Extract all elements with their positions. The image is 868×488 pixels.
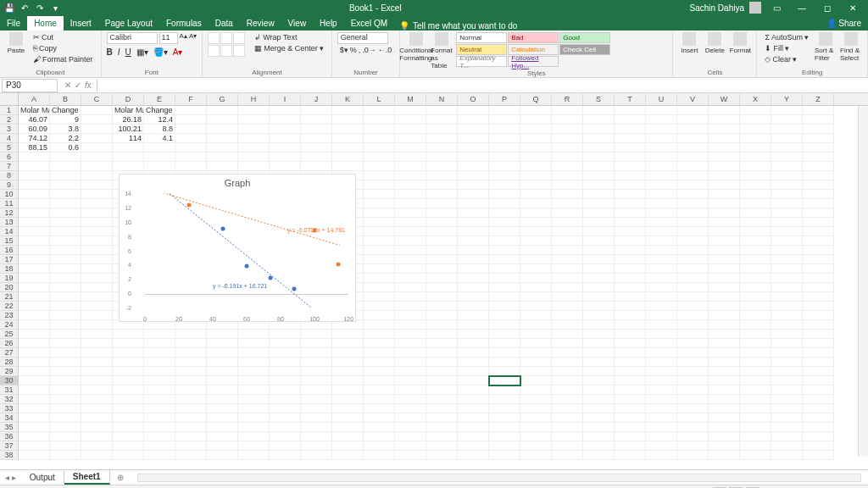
cell[interactable] <box>552 367 583 376</box>
cell[interactable] <box>301 152 332 162</box>
cell[interactable] <box>113 339 144 348</box>
cell[interactable] <box>458 404 489 413</box>
cell[interactable] <box>207 451 238 460</box>
cell[interactable] <box>332 423 364 432</box>
cell[interactable] <box>238 404 270 413</box>
cell[interactable] <box>458 171 489 180</box>
cell[interactable] <box>19 423 50 432</box>
cell[interactable] <box>552 218 583 227</box>
row-header[interactable]: 1 <box>0 106 19 115</box>
cell[interactable] <box>19 236 50 246</box>
column-header[interactable]: E <box>144 93 175 105</box>
cell[interactable] <box>803 339 834 348</box>
cell[interactable] <box>552 413 583 423</box>
cell[interactable] <box>207 339 238 348</box>
cell[interactable] <box>646 302 677 311</box>
cell[interactable] <box>740 106 771 115</box>
cell[interactable] <box>740 320 771 330</box>
cell[interactable] <box>583 423 615 432</box>
currency-button[interactable]: $▾ <box>340 46 348 54</box>
cell[interactable] <box>615 199 646 208</box>
cell[interactable] <box>583 125 615 134</box>
cell[interactable] <box>426 106 458 115</box>
cell[interactable] <box>270 413 301 423</box>
cell[interactable] <box>615 367 646 376</box>
cell[interactable] <box>81 311 113 320</box>
cell[interactable] <box>552 255 583 264</box>
cell[interactable] <box>520 125 552 134</box>
maximize-icon[interactable]: ◻ <box>817 3 837 13</box>
cell[interactable]: 4.1 <box>144 134 175 143</box>
cell[interactable] <box>364 283 395 292</box>
tab-review[interactable]: Review <box>240 16 281 30</box>
cell[interactable] <box>552 115 583 125</box>
underline-button[interactable]: U <box>125 47 131 57</box>
cell[interactable] <box>583 115 615 125</box>
horizontal-scrollbar[interactable] <box>137 474 861 482</box>
cell[interactable] <box>615 180 646 190</box>
cell[interactable] <box>709 152 740 162</box>
cell[interactable] <box>709 199 740 208</box>
cell[interactable] <box>238 432 270 441</box>
column-header[interactable]: M <box>395 93 426 105</box>
cell[interactable] <box>113 432 144 441</box>
cell[interactable] <box>552 199 583 208</box>
cell[interactable] <box>489 302 520 311</box>
cell[interactable] <box>520 152 552 162</box>
cell[interactable] <box>552 180 583 190</box>
cell[interactable] <box>552 451 583 460</box>
cell[interactable] <box>81 367 113 376</box>
cell[interactable] <box>803 134 834 143</box>
cell[interactable] <box>583 330 615 339</box>
cell[interactable] <box>615 385 646 395</box>
cell[interactable] <box>395 339 426 348</box>
cell[interactable] <box>395 311 426 320</box>
cell[interactable] <box>771 218 803 227</box>
cell[interactable] <box>803 451 834 460</box>
cell[interactable] <box>709 236 740 246</box>
cell[interactable] <box>395 152 426 162</box>
formula-input[interactable] <box>97 79 868 92</box>
cell[interactable] <box>615 292 646 302</box>
cell[interactable] <box>583 339 615 348</box>
cell[interactable] <box>395 190 426 199</box>
column-header[interactable]: R <box>552 93 583 105</box>
cell[interactable] <box>332 451 364 460</box>
cell[interactable] <box>50 180 81 190</box>
cell[interactable] <box>740 143 771 152</box>
cell[interactable] <box>270 376 301 385</box>
cell[interactable]: 9 <box>50 115 81 125</box>
cell[interactable] <box>426 190 458 199</box>
cell[interactable] <box>426 376 458 385</box>
cell[interactable] <box>395 292 426 302</box>
cell[interactable] <box>489 423 520 432</box>
cell[interactable] <box>740 134 771 143</box>
cell[interactable] <box>677 432 709 441</box>
cell[interactable] <box>81 190 113 199</box>
cell[interactable] <box>677 162 709 171</box>
row-header[interactable]: 32 <box>0 395 19 404</box>
cell[interactable] <box>709 348 740 358</box>
cell[interactable] <box>458 190 489 199</box>
cell[interactable] <box>771 190 803 199</box>
cell[interactable] <box>19 376 50 385</box>
cell[interactable] <box>709 106 740 115</box>
cell[interactable] <box>19 330 50 339</box>
cell[interactable] <box>426 330 458 339</box>
cell[interactable] <box>19 255 50 264</box>
row-header[interactable]: 34 <box>0 413 19 423</box>
cell[interactable] <box>50 246 81 255</box>
tab-insert[interactable]: Insert <box>64 16 98 30</box>
cell[interactable] <box>615 255 646 264</box>
cell[interactable] <box>364 152 395 162</box>
cell[interactable] <box>771 404 803 413</box>
cell[interactable] <box>520 432 552 441</box>
cell[interactable] <box>364 264 395 274</box>
row-header[interactable]: 10 <box>0 190 19 199</box>
cell[interactable]: 8.8 <box>144 125 175 134</box>
cell[interactable] <box>50 302 81 311</box>
cell[interactable] <box>332 106 364 115</box>
cell[interactable] <box>709 358 740 367</box>
cell[interactable] <box>19 208 50 218</box>
cell[interactable] <box>301 376 332 385</box>
